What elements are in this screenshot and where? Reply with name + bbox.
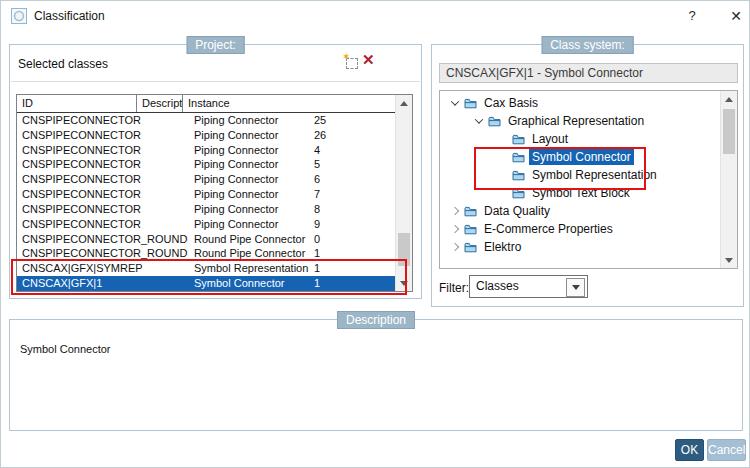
- folder-icon: [464, 206, 477, 217]
- cell-id: CNSPIPECONNECTOR: [17, 143, 189, 158]
- chevron-icon[interactable]: [496, 186, 510, 200]
- description-group-label: Description: [337, 311, 415, 329]
- cancel-button[interactable]: Cancel: [707, 439, 746, 461]
- cell-id: CNSPIPECONNECTOR_ROUND: [17, 246, 189, 261]
- table-row[interactable]: CNSCAX|GFX|SYMREP Symbol Representation …: [17, 261, 396, 276]
- new-item-star: ✶: [342, 51, 350, 62]
- cell-id: CNSPIPECONNECTOR: [17, 172, 189, 187]
- table-row[interactable]: CNSPIPECONNECTOR Piping Connector 6: [17, 172, 396, 187]
- tree-node[interactable]: E-Commerce Properties: [440, 220, 720, 238]
- cell-description: Piping Connector: [189, 157, 309, 172]
- cell-instance: 1: [309, 261, 355, 276]
- cell-description: Piping Connector: [189, 143, 309, 158]
- scroll-down-icon[interactable]: [721, 252, 737, 268]
- cell-id: CNSPIPECONNECTOR: [17, 113, 189, 128]
- table-row[interactable]: CNSPIPECONNECTOR Piping Connector 9: [17, 217, 396, 232]
- tree-node[interactable]: Symbol Representation: [440, 166, 720, 184]
- cell-instance: 0: [309, 232, 355, 247]
- cell-instance: 4: [309, 143, 355, 158]
- cell-id: CNSCAX|GFX|SYMREP: [17, 261, 189, 276]
- chevron-icon[interactable]: [448, 222, 462, 236]
- folder-icon: [512, 152, 525, 163]
- chevron-icon[interactable]: [448, 204, 462, 218]
- tree-node-label: Symbol Text Block: [529, 185, 633, 201]
- help-button[interactable]: ?: [684, 7, 700, 25]
- table-row[interactable]: CNSPIPECONNECTOR Piping Connector 7: [17, 187, 396, 202]
- cell-instance: 1: [309, 246, 355, 261]
- table-row[interactable]: CNSPIPECONNECTOR Piping Connector 26: [17, 128, 396, 143]
- scroll-down-icon[interactable]: [396, 275, 412, 291]
- filter-label: Filter:: [439, 281, 469, 295]
- cell-instance: 25: [309, 113, 355, 128]
- tree-node[interactable]: Symbol Connector: [440, 148, 720, 166]
- table-body: CNSPIPECONNECTOR Piping Connector 25 CNS…: [17, 113, 396, 291]
- tree-node[interactable]: Cax Basis: [440, 94, 720, 112]
- classification-dialog: Classification ? ✕ Project: Selected cla…: [0, 0, 750, 468]
- table-row[interactable]: CNSPIPECONNECTOR Piping Connector 25: [17, 113, 396, 128]
- chevron-icon[interactable]: [448, 96, 462, 110]
- folder-icon: [464, 224, 477, 235]
- cell-description: Piping Connector: [189, 113, 309, 128]
- tree-node[interactable]: Elektro: [440, 238, 720, 256]
- cell-description: Round Pipe Connector: [189, 246, 309, 261]
- tree-node-label: Data Quality: [481, 203, 553, 219]
- cell-description: Symbol Representation: [189, 261, 309, 276]
- chevron-icon[interactable]: [472, 114, 486, 128]
- tree-node-label: Symbol Connector: [529, 149, 634, 165]
- cell-instance: 5: [309, 157, 355, 172]
- tree-node-label: Graphical Representation: [505, 113, 647, 129]
- scrollbar-thumb[interactable]: [723, 109, 735, 154]
- table-row[interactable]: CNSCAX|GFX|1 Symbol Connector 1: [17, 276, 396, 291]
- scrollbar-thumb[interactable]: [398, 233, 410, 266]
- scroll-up-icon[interactable]: [721, 91, 737, 107]
- cell-description: Piping Connector: [189, 187, 309, 202]
- ok-button[interactable]: OK: [675, 439, 704, 461]
- chevron-icon[interactable]: [496, 150, 510, 164]
- selected-class-path-field[interactable]: CNSCAX|GFX|1 - Symbol Connector: [439, 63, 738, 83]
- class-tree: Cax Basis Graphical Representation: [439, 90, 738, 269]
- class-system-group: Class system: CNSCAX|GFX|1 - Symbol Conn…: [431, 44, 744, 307]
- class-system-group-label: Class system:: [541, 36, 634, 54]
- table-column-header[interactable]: Instance: [183, 95, 390, 112]
- chevron-icon[interactable]: [496, 168, 510, 182]
- description-group: Description Symbol Connector: [9, 319, 743, 431]
- chevron-icon[interactable]: [496, 132, 510, 146]
- cell-id: CNSPIPECONNECTOR: [17, 128, 189, 143]
- tree-node[interactable]: Graphical Representation: [440, 112, 720, 130]
- tree-node-label: E-Commerce Properties: [481, 221, 616, 237]
- tree-node[interactable]: Data Quality: [440, 202, 720, 220]
- folder-icon: [512, 134, 525, 145]
- folder-icon: [512, 170, 525, 181]
- folder-icon: [512, 188, 525, 199]
- selected-classes-title: Selected classes: [18, 57, 108, 71]
- chevron-icon[interactable]: [448, 240, 462, 254]
- table-row[interactable]: CNSPIPECONNECTOR Piping Connector 4: [17, 143, 396, 158]
- table-row[interactable]: CNSPIPECONNECTOR Piping Connector 5: [17, 157, 396, 172]
- description-text: Symbol Connector: [20, 343, 111, 355]
- table-column-header[interactable]: Description: [137, 95, 183, 112]
- cell-id: CNSCAX|GFX|1: [17, 276, 189, 291]
- table-row[interactable]: CNSPIPECONNECTOR Piping Connector 8: [17, 202, 396, 217]
- table-header-row: IDDescriptionInstance: [17, 95, 396, 113]
- close-button[interactable]: ✕: [727, 7, 745, 25]
- project-group-label: Project:: [186, 36, 245, 54]
- table-column-header[interactable]: ID: [17, 95, 137, 112]
- cell-id: CNSPIPECONNECTOR: [17, 202, 189, 217]
- new-item-icon[interactable]: ✶: [343, 55, 358, 69]
- cell-instance: 1: [309, 276, 355, 291]
- table-scrollbar[interactable]: [395, 95, 412, 291]
- delete-icon[interactable]: ✕: [362, 51, 375, 69]
- filter-dropdown[interactable]: Classes: [469, 275, 588, 298]
- folder-icon: [464, 242, 477, 253]
- tree-scrollbar[interactable]: [720, 91, 737, 268]
- cell-id: CNSPIPECONNECTOR: [17, 217, 189, 232]
- cell-id: CNSPIPECONNECTOR: [17, 157, 189, 172]
- tree-node[interactable]: Layout: [440, 130, 720, 148]
- tree-node[interactable]: Symbol Text Block: [440, 184, 720, 202]
- scroll-up-icon[interactable]: [396, 95, 412, 111]
- table-row[interactable]: CNSPIPECONNECTOR_ROUND Round Pipe Connec…: [17, 246, 396, 261]
- window-title: Classification: [34, 9, 105, 23]
- cell-id: CNSPIPECONNECTOR_ROUND: [17, 232, 189, 247]
- chevron-down-icon[interactable]: [566, 278, 585, 297]
- table-row[interactable]: CNSPIPECONNECTOR_ROUND Round Pipe Connec…: [17, 232, 396, 247]
